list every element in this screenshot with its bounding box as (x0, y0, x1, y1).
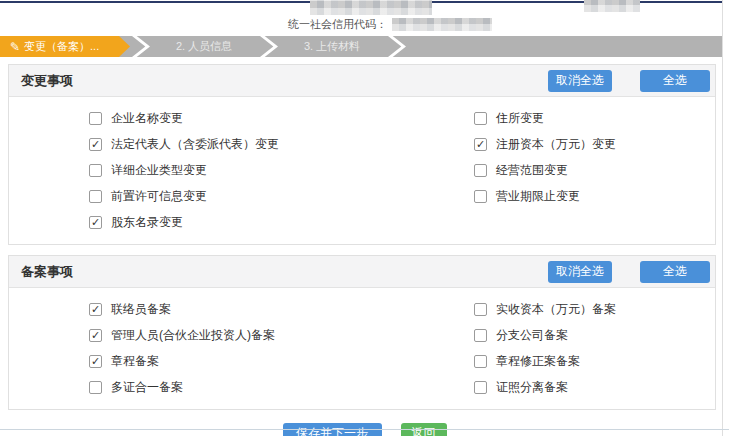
credit-code-label: 统一社会信用代码： (288, 17, 387, 32)
checkbox-label: 股东名录变更 (111, 214, 183, 231)
checkbox-item[interactable]: 多证合一备案 (89, 379, 474, 396)
chevron-right-icon (132, 36, 150, 57)
checkbox-label: 证照分离备案 (496, 379, 568, 396)
checkbox-column-right: 住所变更 注册资本（万元）变更 经营范围变更 营业期限止变更 (474, 110, 715, 231)
checkbox-item[interactable]: 住所变更 (474, 110, 715, 127)
checkbox[interactable] (474, 112, 487, 125)
checkbox-item[interactable]: 联络员备案 (89, 301, 474, 318)
select-all-button[interactable]: 全选 (640, 261, 710, 283)
filing-items-header: 备案事项 取消全选 全选 (9, 256, 715, 288)
checkbox[interactable] (474, 138, 487, 151)
step-wizard: ✎ 变更（备案）... 2. 人员信息 3. 上传材料 (0, 36, 722, 57)
step-1-change-filing[interactable]: ✎ 变更（备案）... (0, 36, 130, 57)
checkbox-label: 经营范围变更 (496, 162, 568, 179)
checkbox-item[interactable]: 实收资本（万元）备案 (474, 301, 715, 318)
bottom-divider (0, 429, 729, 430)
checkbox-label: 联络员备案 (111, 301, 171, 318)
checkbox-item[interactable]: 股东名录变更 (89, 214, 474, 231)
checkbox-item[interactable]: 法定代表人（含委派代表）变更 (89, 136, 474, 153)
credit-code-row: 统一社会信用代码： (288, 17, 492, 32)
cancel-select-all-button[interactable]: 取消全选 (548, 261, 612, 283)
checkbox-label: 法定代表人（含委派代表）变更 (111, 136, 279, 153)
checkbox-item[interactable]: 章程修正案备案 (474, 353, 715, 370)
redacted-credit-code-value (392, 18, 492, 31)
checkbox[interactable] (89, 138, 102, 151)
redacted-block (584, 0, 640, 12)
window-right-edge (722, 0, 723, 436)
checkbox-label: 分支公司备案 (496, 327, 568, 344)
page-header: 统一社会信用代码： (0, 0, 729, 36)
checkbox-label: 多证合一备案 (111, 379, 183, 396)
checkbox[interactable] (89, 381, 102, 394)
checkbox-item[interactable]: 章程备案 (89, 353, 474, 370)
filing-items-section: 备案事项 取消全选 全选 联络员备案 管理人员(合伙企业投资人)备案 章程备案 … (8, 255, 716, 410)
checkbox-label: 章程备案 (111, 353, 159, 370)
checkbox-label: 章程修正案备案 (496, 353, 580, 370)
checkbox-item[interactable]: 证照分离备案 (474, 379, 715, 396)
checkbox[interactable] (89, 112, 102, 125)
checkbox-item[interactable]: 前置许可信息变更 (89, 188, 474, 205)
checkbox-item[interactable]: 营业期限止变更 (474, 188, 715, 205)
section-title: 备案事项 (21, 263, 548, 281)
checkbox[interactable] (474, 164, 487, 177)
chevron-right-icon (388, 36, 406, 57)
checkbox-column-left: 企业名称变更 法定代表人（含委派代表）变更 详细企业类型变更 前置许可信息变更 … (89, 110, 474, 231)
checkbox[interactable] (89, 355, 102, 368)
step-1-label: 变更（备案）... (24, 39, 99, 54)
step-3-label: 3. 上传材料 (304, 39, 360, 54)
pencil-icon: ✎ (10, 41, 20, 53)
checkbox-item[interactable]: 经营范围变更 (474, 162, 715, 179)
checkbox-label: 企业名称变更 (111, 110, 183, 127)
checkbox-label: 住所变更 (496, 110, 544, 127)
checkbox-column-left: 联络员备案 管理人员(合伙企业投资人)备案 章程备案 多证合一备案 (89, 301, 474, 396)
checkbox[interactable] (474, 303, 487, 316)
checkbox-label: 详细企业类型变更 (111, 162, 207, 179)
checkbox[interactable] (89, 190, 102, 203)
checkbox[interactable] (89, 303, 102, 316)
checkbox-column-right: 实收资本（万元）备案 分支公司备案 章程修正案备案 证照分离备案 (474, 301, 715, 396)
select-all-button[interactable]: 全选 (640, 70, 710, 92)
checkbox[interactable] (89, 329, 102, 342)
redacted-company-name (310, 0, 432, 15)
filing-items-body: 联络员备案 管理人员(合伙企业投资人)备案 章程备案 多证合一备案 实收资本（万… (9, 288, 715, 409)
checkbox[interactable] (474, 190, 487, 203)
checkbox-item[interactable]: 管理人员(合伙企业投资人)备案 (89, 327, 474, 344)
wizard-filler (406, 36, 722, 57)
checkbox[interactable] (474, 381, 487, 394)
checkbox[interactable] (89, 216, 102, 229)
checkbox[interactable] (474, 355, 487, 368)
cancel-select-all-button[interactable]: 取消全选 (548, 70, 612, 92)
step-2-personnel-info[interactable]: 2. 人员信息 (150, 36, 258, 57)
change-items-section: 变更事项 取消全选 全选 企业名称变更 法定代表人（含委派代表）变更 详细企业类… (8, 64, 716, 245)
checkbox-item[interactable]: 详细企业类型变更 (89, 162, 474, 179)
step-2-label: 2. 人员信息 (176, 39, 232, 54)
checkbox-label: 实收资本（万元）备案 (496, 301, 616, 318)
section-title: 变更事项 (21, 72, 548, 90)
chevron-right-icon (260, 36, 278, 57)
checkbox-item[interactable]: 分支公司备案 (474, 327, 715, 344)
checkbox-label: 营业期限止变更 (496, 188, 580, 205)
checkbox-label: 管理人员(合伙企业投资人)备案 (111, 327, 275, 344)
checkbox[interactable] (474, 329, 487, 342)
checkbox-item[interactable]: 企业名称变更 (89, 110, 474, 127)
checkbox-label: 前置许可信息变更 (111, 188, 207, 205)
step-3-upload-materials[interactable]: 3. 上传材料 (278, 36, 386, 57)
checkbox-label: 注册资本（万元）变更 (496, 136, 616, 153)
change-items-body: 企业名称变更 法定代表人（含委派代表）变更 详细企业类型变更 前置许可信息变更 … (9, 97, 715, 244)
change-items-header: 变更事项 取消全选 全选 (9, 65, 715, 97)
checkbox[interactable] (89, 164, 102, 177)
checkbox-item[interactable]: 注册资本（万元）变更 (474, 136, 715, 153)
